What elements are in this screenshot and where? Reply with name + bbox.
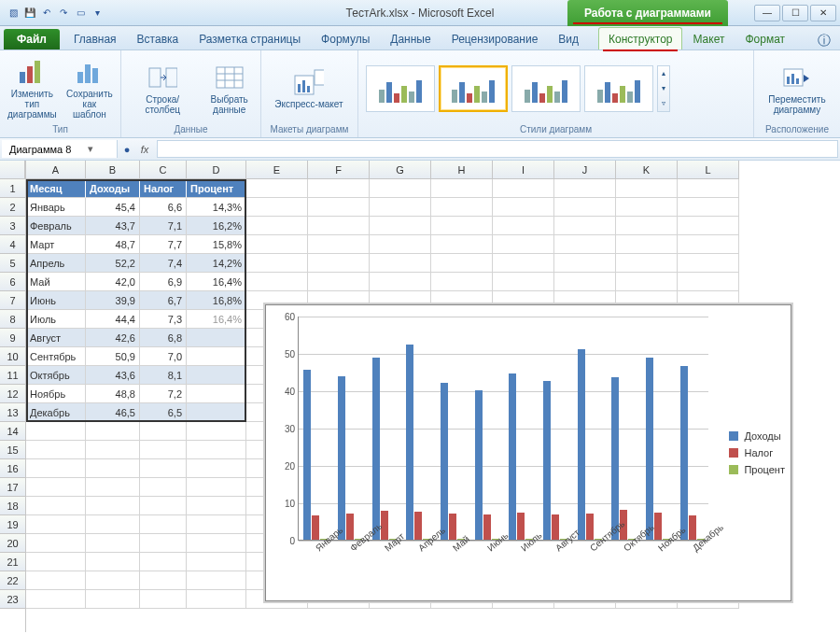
cell-K1[interactable] (616, 179, 678, 198)
tab-Формат[interactable]: Формат (735, 27, 795, 49)
row-header-10[interactable]: 10 (0, 347, 25, 366)
bar-Доходы-Ноябрь[interactable] (646, 358, 653, 540)
tab-Разметка страницы[interactable]: Разметка страницы (189, 27, 311, 49)
cell-C9[interactable]: 6,8 (140, 329, 187, 347)
bar-Доходы-Август[interactable] (543, 381, 551, 540)
cell-D4[interactable]: 15,8% (187, 235, 246, 254)
cell-B2[interactable]: 45,4 (86, 198, 140, 217)
cell-C10[interactable]: 7,0 (140, 347, 187, 366)
cell-D11[interactable] (187, 366, 246, 385)
cell-H3[interactable] (431, 217, 493, 235)
cell-H2[interactable] (431, 198, 493, 217)
row-header-7[interactable]: 7 (0, 291, 25, 310)
cell-I2[interactable] (493, 198, 554, 217)
bar-Налог-Апрель[interactable] (414, 512, 422, 540)
row-header-4[interactable]: 4 (0, 235, 25, 254)
bar-Доходы-Июль[interactable] (509, 373, 516, 540)
cell-L4[interactable] (678, 235, 739, 254)
column-header-D[interactable]: D (187, 161, 246, 179)
bar-Доходы-Октябрь[interactable] (611, 377, 619, 540)
cell-D15[interactable] (187, 441, 246, 459)
cell-E2[interactable] (246, 198, 308, 217)
cell-A16[interactable] (26, 459, 86, 478)
cell-D8[interactable]: 16,4% (187, 310, 246, 329)
column-header-E[interactable]: E (246, 161, 308, 179)
cell-A12[interactable]: Ноябрь (26, 385, 86, 403)
cell-L3[interactable] (678, 217, 739, 235)
cell-I3[interactable] (493, 217, 554, 235)
bar-Налог-Ноябрь[interactable] (654, 513, 662, 540)
cell-C13[interactable]: 6,5 (140, 403, 187, 422)
cell-B10[interactable]: 50,9 (86, 347, 140, 366)
row-header-13[interactable]: 13 (0, 403, 25, 422)
row-header-19[interactable]: 19 (0, 515, 25, 534)
row-header-23[interactable]: 23 (0, 590, 25, 609)
tab-Конструктор[interactable]: Конструктор (598, 27, 682, 49)
cell-I6[interactable] (493, 273, 554, 291)
cell-C1[interactable]: Налог (140, 179, 187, 198)
cell-C16[interactable] (140, 459, 187, 478)
cell-A8[interactable]: Июль (26, 310, 86, 329)
column-header-C[interactable]: C (140, 161, 187, 179)
cell-B18[interactable] (86, 497, 140, 515)
cell-B5[interactable]: 52,2 (86, 254, 140, 273)
undo-icon[interactable]: ↶ (39, 6, 54, 21)
bar-Налог-Август[interactable] (552, 514, 559, 540)
cell-F1[interactable] (308, 179, 370, 198)
cell-C21[interactable] (140, 553, 187, 571)
bar-Налог-Февраль[interactable] (346, 514, 354, 540)
cell-B13[interactable]: 46,5 (86, 403, 140, 422)
cell-F2[interactable] (308, 198, 370, 217)
help-icon[interactable]: ⓘ (808, 33, 840, 49)
cell-B23[interactable] (86, 590, 140, 609)
cell-C23[interactable] (140, 590, 187, 609)
cell-F6[interactable] (308, 273, 370, 291)
cell-D21[interactable] (187, 553, 246, 571)
cell-D20[interactable] (187, 534, 246, 553)
cell-C3[interactable]: 7,1 (140, 217, 187, 235)
cell-I5[interactable] (493, 254, 554, 273)
bar-Налог-Сентябрь[interactable] (586, 514, 594, 540)
cell-C2[interactable]: 6,6 (140, 198, 187, 217)
cell-C20[interactable] (140, 534, 187, 553)
cell-C5[interactable]: 7,4 (140, 254, 187, 273)
cell-A9[interactable]: Август (26, 329, 86, 347)
cell-D3[interactable]: 16,2% (187, 217, 246, 235)
chart-style-2[interactable] (439, 65, 508, 112)
cell-B6[interactable]: 42,0 (86, 273, 140, 291)
chart-object[interactable]: 0102030405060ЯнварьФевральМартАпрельМайИ… (265, 304, 791, 601)
row-header-2[interactable]: 2 (0, 198, 25, 217)
cell-B14[interactable] (86, 422, 140, 441)
cell-B1[interactable]: Доходы (86, 179, 140, 198)
cell-C17[interactable] (140, 478, 187, 497)
cell-J3[interactable] (554, 217, 616, 235)
row-header-6[interactable]: 6 (0, 273, 25, 291)
column-header-B[interactable]: B (86, 161, 140, 179)
change-chart-type-button[interactable]: Изменить тип диаграммы (7, 57, 57, 120)
row-header-5[interactable]: 5 (0, 254, 25, 273)
cell-D18[interactable] (187, 497, 246, 515)
bar-Доходы-Март[interactable] (372, 358, 380, 540)
cell-A2[interactable]: Январь (26, 198, 86, 217)
chart-plot-area[interactable]: 0102030405060ЯнварьФевральМартАпрельМайИ… (298, 317, 708, 541)
cell-D6[interactable]: 16,4% (187, 273, 246, 291)
cell-D22[interactable] (187, 571, 246, 590)
cell-K2[interactable] (616, 198, 678, 217)
cell-B7[interactable]: 39,9 (86, 291, 140, 310)
cell-L1[interactable] (678, 179, 739, 198)
cell-B19[interactable] (86, 515, 140, 534)
cell-B16[interactable] (86, 459, 140, 478)
name-box[interactable]: ▾ (2, 140, 118, 158)
cell-C6[interactable]: 6,9 (140, 273, 187, 291)
row-header-1[interactable]: 1 (0, 179, 25, 198)
cell-A14[interactable] (26, 422, 86, 441)
cell-C14[interactable] (140, 422, 187, 441)
cell-F5[interactable] (308, 254, 370, 273)
row-header-14[interactable]: 14 (0, 422, 25, 441)
cell-B22[interactable] (86, 571, 140, 590)
cell-J2[interactable] (554, 198, 616, 217)
bar-Налог-Июнь[interactable] (483, 514, 491, 540)
cell-A18[interactable] (26, 497, 86, 515)
cell-F4[interactable] (308, 235, 370, 254)
bar-Налог-Июль[interactable] (517, 513, 525, 540)
